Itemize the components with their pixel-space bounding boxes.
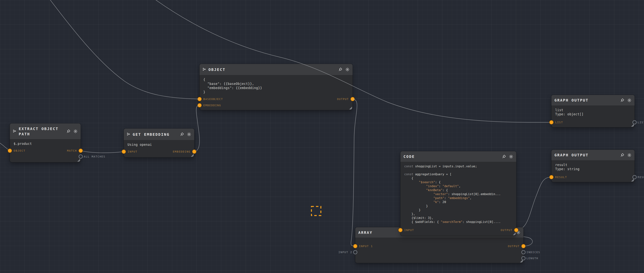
code-string: "k" bbox=[433, 200, 439, 204]
wire-offscreen-top-to-object-baseobject[interactable] bbox=[50, 0, 200, 99]
node-header-object[interactable]: OBJECT bbox=[200, 64, 352, 75]
port-extract-object-path-object-left[interactable] bbox=[8, 149, 12, 153]
port-code-input-left[interactable] bbox=[398, 228, 402, 232]
node-title: GRAPH OUTPUT bbox=[554, 152, 589, 158]
node-body-array bbox=[355, 238, 524, 263]
node-body-code[interactable]: const shoppingList = inputs.input.value;… bbox=[400, 162, 516, 236]
gear-icon[interactable] bbox=[627, 98, 632, 103]
code-text: : bbox=[439, 184, 442, 188]
code-text: } bbox=[404, 204, 428, 208]
node-extract-object-path[interactable]: EXTRACT OBJECT PATH$.productOBJECTMATCHA… bbox=[10, 123, 81, 162]
node-header-graph-output-list[interactable]: GRAPH OUTPUT bbox=[552, 95, 634, 106]
port-label: OUTPUT bbox=[508, 245, 520, 248]
code-text: , bbox=[470, 196, 472, 200]
port-array-input-1-left[interactable] bbox=[353, 244, 357, 248]
port-label: LENGTH bbox=[526, 257, 538, 260]
content-line: list bbox=[555, 108, 631, 112]
code-line: { bbox=[404, 176, 512, 180]
node-code[interactable]: CODEconst shoppingList = inputs.input.va… bbox=[400, 151, 516, 236]
port-array-input-2-left[interactable] bbox=[353, 250, 357, 254]
node-title: GET EMBEDDING bbox=[133, 132, 170, 137]
pin-icon[interactable] bbox=[620, 98, 625, 103]
node-title: GRAPH OUTPUT bbox=[554, 98, 589, 103]
code-line: const aggregationQuery = [ bbox=[404, 172, 512, 176]
code-line: } bbox=[404, 208, 512, 212]
node-header-graph-output-result[interactable]: GRAPH OUTPUT bbox=[552, 150, 634, 160]
gear-icon[interactable] bbox=[627, 153, 632, 157]
wire-code-output-to-graph-output-result[interactable] bbox=[516, 177, 552, 230]
code-text: : shoppingList[0].... bbox=[462, 220, 500, 224]
node-get-embedding[interactable]: GET EMBEDDINGUsing openaiINPUTEMBEDDING bbox=[124, 129, 194, 157]
node-header-code[interactable]: CODE bbox=[400, 151, 516, 162]
port-array-indices-right[interactable] bbox=[521, 250, 526, 254]
port-code-output-right[interactable] bbox=[514, 228, 518, 232]
code-line: {$limit: 3}, bbox=[404, 216, 512, 220]
content-line: Using openai bbox=[128, 143, 190, 147]
wire-extract-match-to-getembedding-input[interactable] bbox=[81, 151, 124, 153]
pin-icon[interactable] bbox=[66, 129, 71, 133]
pin-icon[interactable] bbox=[620, 153, 625, 157]
code-line: { $addFields: { "searchTerm": shoppingLi… bbox=[404, 220, 512, 224]
port-array-output-right[interactable] bbox=[521, 244, 526, 248]
content-line: $.product bbox=[14, 142, 77, 146]
code-text: { bbox=[404, 176, 413, 180]
code-text: : { bbox=[435, 180, 441, 184]
code-text bbox=[404, 180, 419, 184]
code-text: shoppingList = inputs.input.value; bbox=[415, 164, 477, 168]
selection-marquee bbox=[312, 206, 321, 215]
port-label: OBJECT bbox=[14, 149, 26, 152]
port-label: LIST bbox=[555, 121, 563, 124]
gear-icon[interactable] bbox=[345, 67, 350, 72]
port-label: BASEOBJECT bbox=[203, 98, 223, 101]
code-line: }, bbox=[404, 212, 512, 216]
pin-icon[interactable] bbox=[180, 132, 184, 137]
code-text bbox=[404, 188, 426, 192]
port-graph-output-result-result-left[interactable] bbox=[549, 175, 554, 179]
port-extract-object-path-all-matches-right[interactable] bbox=[78, 154, 83, 159]
content-line: "embeddings": {{embedding}} bbox=[203, 86, 349, 90]
port-graph-output-result-result-right[interactable] bbox=[632, 175, 637, 179]
port-label: LIST bbox=[638, 121, 644, 124]
port-array-length-right[interactable] bbox=[521, 256, 526, 260]
wire-getembedding-embedding-to-object-embedding[interactable] bbox=[194, 105, 200, 152]
port-graph-output-list-list-right[interactable] bbox=[632, 120, 637, 124]
code-text bbox=[404, 200, 433, 204]
code-string: "searchTerm" bbox=[441, 220, 462, 224]
content-line: { bbox=[203, 78, 349, 82]
code-line: "k": 20 bbox=[404, 200, 512, 204]
node-graph-output-list[interactable]: GRAPH OUTPUTlistType: object[]LISTLIST bbox=[552, 95, 634, 127]
selection-layer bbox=[0, 0, 644, 273]
graph-canvas[interactable]: OBJECT{ "base": {{baseObject}}, "embeddi… bbox=[0, 0, 644, 273]
pin-icon[interactable] bbox=[338, 67, 343, 72]
port-get-embedding-input-left[interactable] bbox=[122, 150, 126, 154]
node-object[interactable]: OBJECT{ "base": {{baseObject}}, "embeddi… bbox=[200, 64, 352, 110]
code-text: { $addFields: { bbox=[404, 220, 441, 224]
code-string: "knnBeta" bbox=[426, 188, 442, 192]
pin-icon[interactable] bbox=[502, 154, 506, 159]
code-text: : bbox=[444, 196, 448, 200]
node-header-extract-object-path[interactable]: EXTRACT OBJECT PATH bbox=[10, 123, 81, 139]
gear-icon[interactable] bbox=[73, 129, 78, 133]
node-body-get-embedding: Using openai bbox=[124, 140, 194, 157]
content-line: result bbox=[555, 163, 631, 167]
node-header-get-embedding[interactable]: GET EMBEDDING bbox=[124, 129, 194, 140]
code-keyword: const bbox=[404, 164, 415, 168]
port-graph-output-list-list-left[interactable] bbox=[549, 120, 554, 124]
wire-object-output-to-array-input1[interactable] bbox=[351, 99, 357, 246]
node-graph-output-result[interactable]: GRAPH OUTPUTresultType: stringRESULTRESU… bbox=[552, 150, 634, 182]
code-line: const shoppingList = inputs.input.value; bbox=[404, 164, 512, 168]
port-extract-object-path-match-right[interactable] bbox=[78, 149, 83, 153]
port-label: EMBEDDING bbox=[173, 150, 190, 153]
port-get-embedding-embedding-right[interactable] bbox=[192, 150, 196, 154]
code-keyword: const bbox=[404, 172, 415, 176]
node-body-object[interactable]: { "base": {{baseObject}}, "embeddings": … bbox=[200, 75, 352, 110]
gear-icon[interactable] bbox=[187, 132, 191, 137]
code-text bbox=[404, 196, 433, 200]
node-title: ARRAY bbox=[358, 230, 372, 235]
content-line: Type: string bbox=[555, 167, 631, 171]
gear-icon[interactable] bbox=[509, 154, 513, 159]
code-text: : 20 bbox=[439, 200, 446, 204]
content-line: } bbox=[203, 90, 349, 94]
port-label: INPUT bbox=[404, 228, 414, 232]
port-label: INDICES bbox=[526, 251, 540, 254]
